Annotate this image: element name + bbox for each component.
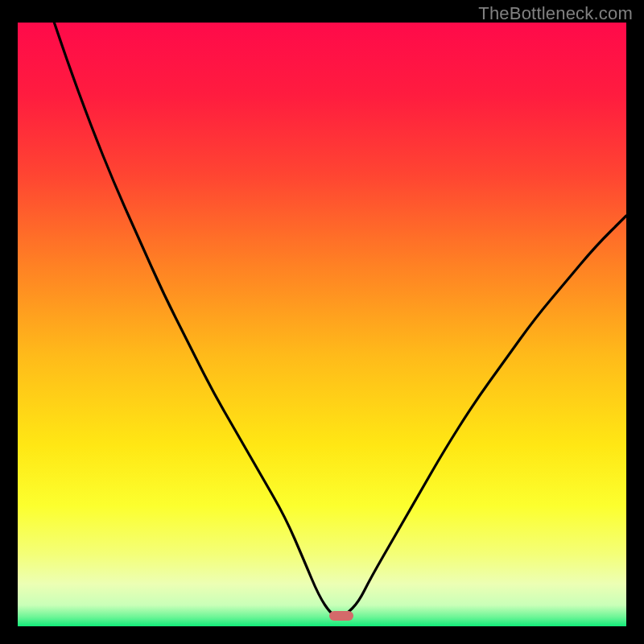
bottleneck-curve [18, 23, 626, 626]
chart-frame: TheBottleneck.com [0, 0, 644, 644]
source-watermark: TheBottleneck.com [478, 3, 633, 24]
plot-area [18, 23, 626, 626]
optimal-marker [329, 611, 353, 621]
